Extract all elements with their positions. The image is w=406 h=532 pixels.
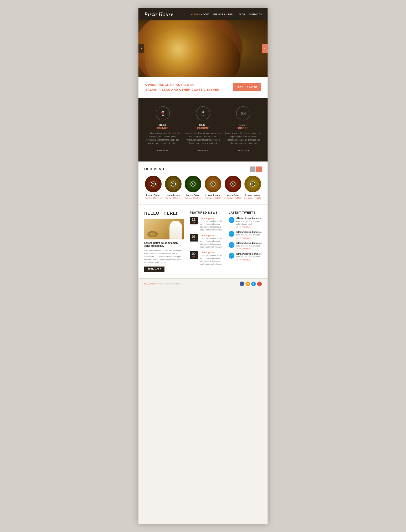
nav-home[interactable]: HOME [191, 13, 198, 16]
feature-cuisine: 🍴 BEST CUISINE Lorem ipsum dolor sit ame… [185, 106, 221, 153]
tweet-handle-3[interactable]: @Dolore Ipsum Commete [236, 253, 261, 255]
footer-brand: PIZZA HOUSE [144, 283, 157, 285]
menu-item-image-1[interactable]: 🔍 [165, 176, 181, 192]
news-excerpt-1: Lorem Ipsum dolore Morbi tempor quam vel… [200, 237, 223, 248]
tweet-text-3: In eu erat vitae felis gramare [236, 255, 261, 259]
menu-items-list: 🔍 Lorem Dolor. February 24th, 2013 🔍 Lor… [144, 176, 262, 199]
news-content-0: Dolore Ipsum Lorem Ipsum dolore Morbi te… [200, 217, 223, 231]
tweet-handle-2[interactable]: @Dolore Ipsum Commete [236, 242, 261, 244]
social-rss-button[interactable]: rss [246, 281, 250, 286]
chevron-right-icon: › [264, 47, 265, 50]
search-icon-4: 🔍 [231, 182, 235, 186]
nav-dot-5: • [246, 13, 247, 15]
menu-item-name-1: Lorem Ipsum. [164, 194, 182, 197]
news-headline-0[interactable]: Dolore Ipsum [200, 217, 223, 220]
menu-item-date-4: February 24th, 2013 [224, 197, 242, 199]
features-section: 🍷 BEST DRINKS Lorem ipsum dolor sit amet… [138, 98, 268, 162]
nav-contacts[interactable]: CONTACTS [248, 13, 262, 16]
nav-dot-1: • [199, 13, 200, 15]
drinks-icon: 🍷 [156, 106, 170, 120]
footer-social: f rss t g+ [240, 281, 262, 286]
tweet-0: 🐦 @Dolore Ipsum Commete In eu erat vitae… [229, 217, 262, 228]
menu-title: OUR MENU [144, 167, 164, 171]
news-date-1: 01 FEB [190, 234, 198, 242]
twitter-icon-1: 🐦 [229, 231, 234, 237]
news-item-2: 02 FEB Dolore Ipsum Lorem Ipsum dolore M… [190, 251, 223, 266]
chevron-left-icon: ‹ [141, 47, 142, 50]
hero-section: ‹ › [138, 20, 268, 77]
feature-cooks-text: Lorem ipsum dolor sit amet, conse etur a… [225, 132, 261, 145]
feature-cooks-title: BEST [225, 123, 261, 126]
menu-item-image-5[interactable]: 🔍 [244, 176, 261, 192]
menu-item-1: 🔍 Lorem Ipsum. February 24th, 2013 [164, 176, 182, 199]
cta-line2: ITALIAN PIZZAS AND OTHER CLASSIC DISHES [145, 87, 219, 92]
menu-item-overlay-2: 🔍 [185, 176, 201, 192]
tweet-handle-1[interactable]: @Dolore Ipsum Commete [236, 231, 261, 233]
menu-prev-button[interactable]: ‹ [250, 167, 255, 172]
social-googleplus-button[interactable]: g+ [257, 281, 262, 286]
twitter-icon-2: 🐦 [229, 242, 234, 248]
hello-text: Cuia etnis lorem donna quas euismod in e… [144, 249, 184, 264]
tweet-text-0: In eu erat vitae felis gramare delle ret… [236, 220, 262, 225]
tweet-time-2: About 7 hours ago [236, 248, 261, 250]
cuisine-icon: 🍴 [196, 106, 210, 120]
hello-image [144, 219, 184, 239]
tweet-handle-0[interactable]: @Dolore Ipsum Commete [236, 217, 262, 219]
tweet-time-1: About 7 hours ago [236, 237, 261, 239]
feature-cooks-subtitle: COOKS [225, 126, 261, 130]
feature-drinks-text: Lorem ipsum dolor sit amet, conse etur a… [145, 132, 181, 145]
nav-menu[interactable]: MENU [228, 13, 235, 16]
news-headline-1[interactable]: Dolore Ipsum [200, 234, 223, 237]
menu-item-overlay-1: 🔍 [165, 176, 181, 192]
tweet-time-3: About 7 hours ago [236, 259, 261, 261]
hello-column: HELLO THERE! Lorem ipsum dolor sit amet,… [144, 211, 184, 272]
tweets-column: LATEST TWEETS 🐦 @Dolore Ipsum Commete In… [229, 211, 262, 272]
feature-cuisine-readmore[interactable]: Read More [194, 148, 212, 153]
nav-blog[interactable]: BLOG [239, 13, 246, 16]
footer-left: PIZZA HOUSE © 2013 | PRIVACY POLICY [144, 283, 180, 285]
menu-item-2: 🔍 Lorem Dolor. February 24th, 2013 [184, 176, 202, 199]
tweets-title: LATEST TWEETS [229, 211, 262, 214]
menu-item-name-2: Lorem Dolor. [184, 194, 202, 197]
feature-drinks: 🍷 BEST DRINKS Lorem ipsum dolor sit amet… [145, 106, 181, 153]
news-day-1: 01 [190, 235, 198, 239]
tweet-1: 🐦 @Dolore Ipsum Commete In eu erat vitae… [229, 231, 262, 239]
news-headline-2[interactable]: Dolore Ipsum [200, 251, 223, 254]
hero-prev-button[interactable]: ‹ [138, 44, 144, 53]
tweet-content-2: @Dolore Ipsum Commete In eu erat vitae f… [236, 242, 261, 250]
nav-about[interactable]: ABOUT [201, 13, 210, 16]
news-item-0: 31 JAN Dolore Ipsum Lorem Ipsum dolore M… [190, 217, 223, 231]
social-facebook-button[interactable]: f [240, 281, 244, 286]
menu-item-date-1: February 24th, 2013 [164, 197, 182, 199]
search-icon-3: 🔍 [210, 182, 216, 186]
footer: PIZZA HOUSE © 2013 | PRIVACY POLICY f rs… [138, 278, 268, 289]
nav-services[interactable]: SERVICES [213, 13, 225, 16]
feature-cooks: 🍽 BEST COOKS Lorem ipsum dolor sit amet,… [225, 106, 261, 153]
menu-section: OUR MENU ‹ › 🔍 Lorem Dolor. February 24t… [138, 162, 268, 204]
menu-next-button[interactable]: › [256, 167, 262, 172]
footer-policy[interactable]: PRIVACY POLICY [165, 283, 180, 285]
search-icon-0: 🔍 [151, 182, 156, 186]
social-twitter-button[interactable]: t [251, 281, 256, 286]
hello-readmore-button[interactable]: Read More [144, 266, 165, 272]
main-nav: HOME • ABOUT • SERVICES • MENU • BLOG • … [191, 13, 262, 16]
menu-item-image-2[interactable]: 🔍 [185, 176, 201, 192]
menu-item-name-5: Lorem Ipsum. [244, 194, 262, 197]
news-month-0: JAN [190, 222, 198, 224]
footer-copy: © 2013 | [157, 283, 165, 285]
hello-title: HELLO THERE! [144, 211, 184, 216]
menu-item-image-0[interactable]: 🔍 [145, 176, 162, 192]
news-day-2: 02 [190, 252, 198, 256]
menu-item-image-4[interactable]: 🔍 [225, 176, 241, 192]
menu-item-overlay-0: 🔍 [145, 176, 162, 192]
tweet-2: 🐦 @Dolore Ipsum Commete In eu erat vitae… [229, 242, 262, 250]
news-content-2: Dolore Ipsum Lorem Ipsum dolore Morbi te… [200, 251, 223, 266]
hero-next-button[interactable]: › [262, 44, 268, 53]
cta-line1: A WIDE RANGE OF AUTHENTIC [145, 82, 219, 87]
menu-item-overlay-3: 🔍 [205, 176, 221, 192]
feature-drinks-readmore[interactable]: Read More [154, 148, 172, 153]
feature-cooks-readmore[interactable]: Read More [234, 148, 252, 153]
hire-us-button[interactable]: HIRE US NOW! [233, 83, 261, 91]
logo: Pizza House [144, 11, 174, 17]
menu-item-image-3[interactable]: 🔍 [205, 176, 221, 192]
